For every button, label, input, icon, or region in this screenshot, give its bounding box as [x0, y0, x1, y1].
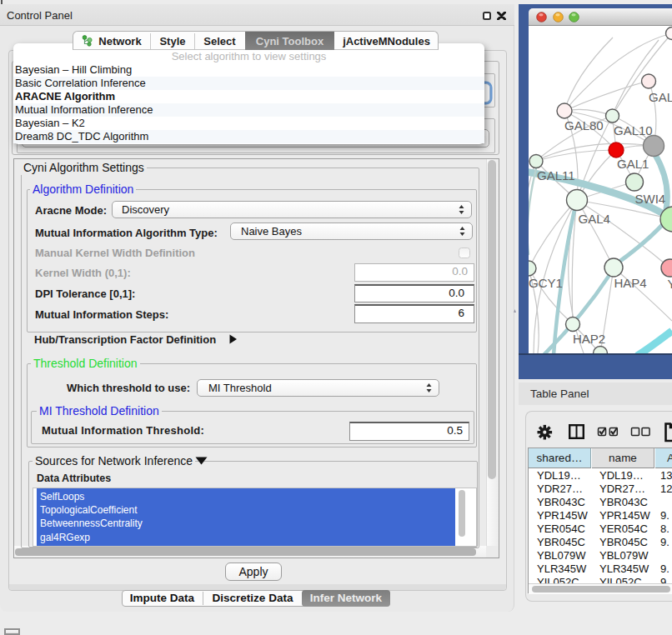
svg-text:Y: Y	[668, 277, 672, 291]
svg-text:GAL4: GAL4	[579, 212, 610, 226]
svg-text:HAP4: HAP4	[614, 276, 647, 290]
svg-text:GCY1: GCY1	[529, 276, 563, 290]
svg-text:GAL80: GAL80	[564, 118, 604, 132]
svg-text:GAL10: GAL10	[614, 123, 653, 138]
svg-text:GAL11: GAL11	[537, 168, 575, 182]
svg-text:SWI4: SWI4	[635, 192, 666, 206]
svg-text:HAP2: HAP2	[573, 332, 605, 346]
svg-text:GAL2: GAL2	[649, 90, 672, 104]
svg-text:GAL1: GAL1	[617, 157, 649, 171]
